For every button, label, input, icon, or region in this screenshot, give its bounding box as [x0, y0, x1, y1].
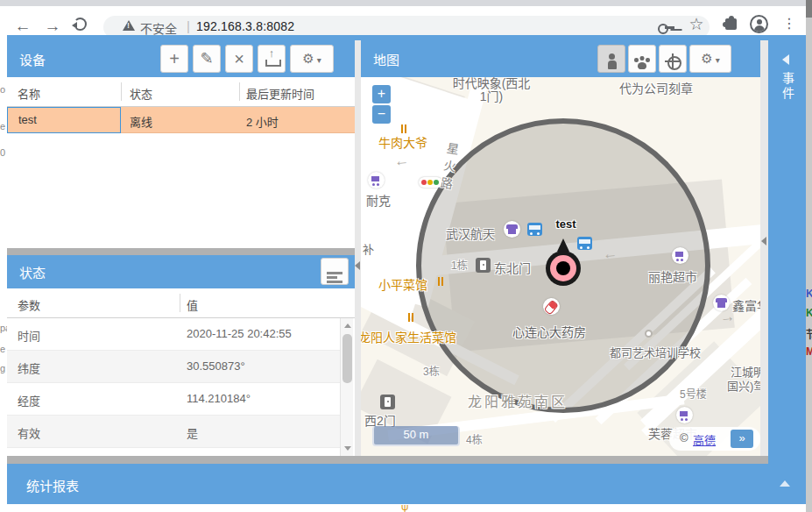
device-marker[interactable] [546, 251, 581, 286]
bus-stop-icon [527, 223, 542, 236]
bus-stop-icon [577, 237, 592, 250]
password-key-icon[interactable] [658, 18, 675, 36]
status-list-button[interactable] [321, 258, 349, 285]
status-param: 纬度 [18, 359, 40, 376]
crosshair-icon [665, 53, 681, 69]
poi-label: 龙阳人家生活菜馆 [361, 328, 456, 345]
road-arrow-icon: ← [602, 245, 618, 264]
device-name-cell[interactable]: test [7, 107, 121, 133]
expand-events-icon[interactable] [782, 54, 789, 65]
device-lastupdate-cell[interactable]: 2 小时 [246, 113, 279, 130]
remove-device-button[interactable]: × [225, 45, 253, 73]
status-column-headers: 参数 值 [7, 288, 355, 318]
status-value: 114.210184° [187, 392, 251, 405]
status-param: 经度 [18, 392, 40, 409]
devices-panel: 设备 + ✎ × ⚙▾ 名称 状态 最后更新时间 test 离线 2 小时 [7, 40, 355, 248]
devices-panel-header: 设备 + ✎ × ⚙▾ [7, 40, 355, 77]
status-panel: 状态 参数 值 时间 2020-11-25 20:42:55 纬度 30.550… [7, 255, 355, 456]
status-scrollbar[interactable] [340, 318, 353, 456]
column-divider[interactable] [180, 294, 180, 312]
map-scale-bar: 50 m [372, 426, 460, 446]
status-value: 30.550873° [187, 359, 245, 373]
amap-attribution-link[interactable]: 高德 [693, 431, 716, 448]
edit-device-button[interactable]: ✎ [193, 45, 221, 73]
building-icon [504, 221, 520, 238]
expand-reports-icon[interactable] [780, 480, 790, 487]
edge-fragment: 节 [806, 326, 812, 341]
scroll-up-icon[interactable] [344, 324, 351, 328]
paw-icon [634, 56, 650, 70]
attribution-expand-button[interactable]: » [731, 430, 753, 448]
road-arrow-icon: ← [393, 152, 410, 171]
scroll-down-icon[interactable] [344, 446, 351, 451]
poi-label: 武汉航天 [446, 224, 495, 242]
device-marker-label[interactable]: test [544, 217, 588, 231]
map-panel-title: 地图 [373, 50, 399, 68]
not-secure-warning-icon[interactable] [123, 20, 135, 31]
events-panel-title[interactable]: 事件 [779, 72, 796, 102]
edge-fragment: M [806, 345, 812, 358]
collapse-left-icon[interactable] [355, 261, 360, 270]
devices-panel-title: 设备 [19, 50, 46, 68]
edge-fragment: 0 [0, 147, 7, 158]
reports-bar[interactable]: 统计报表 [7, 464, 806, 504]
profile-avatar-icon[interactable] [750, 15, 768, 33]
shop-cart-icon [676, 407, 693, 423]
device-row[interactable]: test 离线 2 小时 [7, 107, 355, 133]
upload-device-button[interactable] [258, 45, 286, 73]
column-divider[interactable] [121, 82, 122, 101]
url-text[interactable]: 192.168.3.8:8082 [196, 19, 294, 33]
poi-label: 龙阳雅苑南区 [468, 390, 568, 411]
edge-fragment: g [0, 363, 7, 373]
reports-bar-title[interactable]: 统计报表 [26, 476, 79, 494]
edge-fragment: pa [0, 323, 7, 333]
collapse-left-icon[interactable] [761, 237, 766, 245]
locate-button[interactable] [659, 45, 687, 73]
map-state-button[interactable] [597, 45, 625, 73]
status-panel-title: 状态 [19, 263, 46, 281]
map-canvas[interactable]: ← ← → 时代映象(西北1门) 代为公司刻章 牛肉大爷 星火路 耐克 武汉航天… [361, 77, 760, 456]
column-header-value[interactable]: 值 [187, 296, 198, 313]
status-param: 有效 [18, 424, 40, 441]
reload-icon-arrowhead [72, 22, 77, 29]
zoom-in-button[interactable]: + [372, 85, 391, 103]
poi-label: 耐克 [366, 191, 391, 209]
map-settings-button[interactable]: ⚙▾ [689, 45, 731, 73]
column-divider[interactable] [239, 82, 240, 101]
browser-menu-icon[interactable]: ⋮ [780, 14, 799, 33]
device-status-cell[interactable]: 离线 [130, 113, 152, 130]
column-header-status[interactable]: 状态 [130, 85, 152, 102]
zoom-out-button[interactable]: − [372, 105, 391, 124]
column-header-lastupdate[interactable]: 最后更新时间 [246, 85, 314, 102]
column-header-name[interactable]: 名称 [18, 85, 40, 102]
status-row: 精度 0.10 千米 [7, 448, 340, 456]
browser-tab-strip [0, 0, 812, 6]
panel-splitter[interactable] [355, 40, 361, 456]
events-panel-collapsed[interactable]: 事件 [768, 40, 806, 464]
poi-label: 鑫富华寄售行 [732, 296, 760, 314]
extensions-icon[interactable] [725, 18, 737, 30]
status-row: 经度 114.210184° [7, 383, 340, 416]
building-icon [713, 295, 730, 311]
dropdown-caret-icon: ▾ [716, 55, 720, 65]
address-separator: | [187, 18, 190, 33]
poi-label: 小平菜馆 [378, 275, 427, 293]
poi-label: 3栋 [423, 363, 440, 378]
status-value: 是 [187, 424, 198, 441]
bookmark-star-icon[interactable]: ☆ [686, 14, 707, 34]
poi-label: 5号楼 [680, 386, 707, 401]
scrollbar-fragment [806, 0, 812, 18]
browser-toolbar: ← → 不安全 | 192.168.3.8:8082 ☆ ⋮ [0, 6, 812, 35]
poi-label: 代为公司刻章 [619, 79, 693, 96]
scrollbar-thumb[interactable] [342, 334, 352, 383]
column-header-param[interactable]: 参数 [18, 296, 40, 313]
panel-splitter[interactable] [760, 40, 768, 456]
gate-icon [476, 258, 491, 273]
status-row: 有效 是 [7, 416, 340, 448]
follow-devices-button[interactable] [628, 45, 656, 73]
edge-fragment: K [806, 307, 812, 319]
not-secure-label[interactable]: 不安全 [140, 19, 177, 37]
add-device-button[interactable]: + [160, 45, 188, 73]
devices-settings-button[interactable]: ⚙▾ [290, 45, 334, 73]
status-value: 2020-11-25 20:42:55 [187, 327, 292, 340]
